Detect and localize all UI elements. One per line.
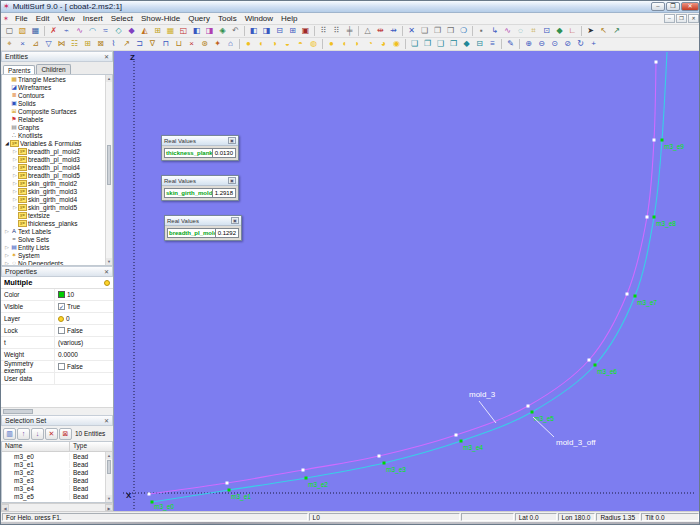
tree-item-contours[interactable]: ≣Contours [2, 91, 112, 99]
magnet-tool[interactable]: ∿ [501, 25, 514, 37]
tree-item-skin-girth-mold5[interactable]: ▷x=skin_girth_mold5 [2, 203, 112, 211]
title-bar[interactable]: ✶ MultiSurf 9.0 - [ cboat-2.ms2:1] – ❐ ✕ [1, 1, 700, 13]
menu-file[interactable]: File [11, 13, 32, 25]
view-plan-button[interactable]: ⊟ [273, 25, 286, 37]
tree-item-triangle-meshes[interactable]: ▦Triangle Meshes [2, 75, 112, 83]
column-type[interactable]: Type [70, 442, 112, 451]
zoom-out-button[interactable]: ⊖ [535, 38, 548, 50]
clear-set-button[interactable]: ⊠ [59, 428, 72, 440]
document-icon[interactable]: ✶ [3, 15, 9, 23]
bead-m3_e9[interactable] [661, 139, 664, 142]
properties-close-icon[interactable]: ✕ [104, 268, 109, 275]
layer-bulb-icon[interactable] [58, 316, 64, 322]
curve-point[interactable] [527, 405, 530, 408]
insert-surface-button[interactable]: ⊞ [81, 38, 94, 50]
mdi-restore-button[interactable]: ❐ [676, 14, 687, 23]
scrollbar-thumb[interactable] [3, 409, 33, 414]
tree-item-breadth-pl-mold3[interactable]: ▷x=breadth_pl_mold3 [2, 155, 112, 163]
tree-item-system[interactable]: ▷✶System [2, 251, 112, 259]
checkbox-icon[interactable] [58, 327, 65, 334]
insert-frame-button[interactable]: ⊐ [133, 38, 146, 50]
tree-item-skin-girth-mold3[interactable]: ▷x=skin_girth_mold3 [2, 187, 112, 195]
scrollbar-thumb[interactable] [11, 505, 45, 510]
tree-item-relabels[interactable]: ⚑Relabels [2, 115, 112, 123]
curve-point[interactable] [455, 434, 458, 437]
zoom-extents-button[interactable]: ⊘ [561, 38, 574, 50]
view-wireframe-button[interactable]: ◧ [247, 25, 260, 37]
ungroup-button[interactable]: ⊟ [473, 38, 486, 50]
curve-point[interactable] [226, 482, 229, 485]
scrollbar-thumb[interactable] [107, 145, 111, 185]
selection-row-m3_e5[interactable]: m3_e5Bead [2, 492, 112, 500]
cut-button[interactable]: ❏ [418, 25, 431, 37]
properties-hscrollbar[interactable] [1, 407, 113, 415]
scroll-up-icon[interactable]: ▲ [106, 452, 112, 459]
view-multi-button[interactable]: ⊞ [286, 25, 299, 37]
composite-tool[interactable]: ◈ [216, 25, 229, 37]
curve-point[interactable] [302, 469, 305, 472]
close-button[interactable]: ✕ [681, 2, 699, 11]
checkbox-icon[interactable]: ✓ [58, 303, 65, 310]
frame-tool[interactable]: ◌ [514, 25, 527, 37]
tab-children[interactable]: Children [36, 64, 70, 74]
menu-tools[interactable]: Tools [214, 13, 241, 25]
bead-tool[interactable]: ▪ [475, 25, 488, 37]
show-children-button[interactable]: ◒ [281, 38, 294, 50]
checkbox-icon[interactable] [58, 363, 65, 370]
delete-button[interactable]: ✗ [47, 25, 60, 37]
menu-view[interactable]: View [54, 13, 79, 25]
edit-definition-button[interactable]: ✎ [504, 38, 517, 50]
clear-button[interactable]: ✕ [405, 25, 418, 37]
variable-name-field[interactable]: skin_girth_mold3 [164, 188, 213, 198]
show-selected-button[interactable]: ◐ [255, 38, 268, 50]
window-options-icon[interactable]: ▣ [231, 217, 239, 224]
contour-tool[interactable]: ◆ [553, 25, 566, 37]
measure-button[interactable]: △ [361, 25, 374, 37]
tree-item-solve-sets[interactable]: =Solve Sets [2, 235, 112, 243]
view-svg[interactable]: ZXm3_e0m3_e1m3_e2m3_e3m3_e4m3_e5m3_e6m3_… [114, 51, 700, 511]
bead-m3_e6[interactable] [594, 364, 597, 367]
lofted-surface-tool[interactable]: ◆ [125, 25, 138, 37]
selection-row-m3_e3[interactable]: m3_e3Bead [2, 476, 112, 484]
menu-help[interactable]: Help [277, 13, 301, 25]
copy-entity-button[interactable]: ❏ [408, 38, 421, 50]
scroll-up-icon[interactable]: ▲ [106, 75, 112, 82]
insert-solid-button[interactable]: ⌂ [224, 38, 237, 50]
save-button[interactable]: ▦ [29, 25, 42, 37]
hide-all-button[interactable]: ● [325, 38, 338, 50]
tree-item-breadth-pl-mold2[interactable]: ▷x=breadth_pl_mold2 [2, 147, 112, 155]
annotation-button[interactable]: ❍ [457, 25, 470, 37]
tree-item-text-labels[interactable]: ▷AText Labels [2, 227, 112, 235]
remove-item-button[interactable]: ✕ [45, 428, 58, 440]
copy-button[interactable]: ❐ [431, 25, 444, 37]
selection-row-m3_e0[interactable]: m3_e0Bead [2, 452, 112, 460]
undo-button[interactable]: ↶ [229, 25, 242, 37]
mdi-minimize-button[interactable]: – [664, 14, 675, 23]
offset-right-button[interactable]: ⇸ [387, 25, 400, 37]
curve-point[interactable] [378, 455, 381, 458]
color-swatch-icon[interactable] [58, 291, 65, 298]
move-down-button[interactable]: ↓ [31, 428, 44, 440]
select-add-button[interactable]: ↖ [597, 25, 610, 37]
graph-tool[interactable]: ⌗ [527, 25, 540, 37]
variable-name-field[interactable]: breadth_pl_mold3 [167, 228, 216, 238]
insert-trimesh-button[interactable]: ⊠ [94, 38, 107, 50]
spline-tool[interactable]: ≈ [99, 25, 112, 37]
variable-name-field[interactable]: thickness_planks [164, 148, 213, 158]
tree-item-breadth-pl-mold4[interactable]: ▷x=breadth_pl_mold4 [2, 163, 112, 171]
insert-bead-button[interactable]: × [16, 38, 29, 50]
tree-item-knotlists[interactable]: ∴Knotlists [2, 131, 112, 139]
zoom-in-button[interactable]: ⊕ [522, 38, 535, 50]
selection-set-hscrollbar[interactable]: ◀ ▶ [1, 503, 113, 511]
grid-snap-button[interactable]: ⠿ [317, 25, 330, 37]
properties-panel-header[interactable]: Properties ✕ [1, 266, 113, 277]
tree-item-skin-girth-mold4[interactable]: ▷x=skin_girth_mold4 [2, 195, 112, 203]
point-tool[interactable]: ⌁ [60, 25, 73, 37]
plane-tool[interactable]: ⊡ [540, 25, 553, 37]
window-options-icon[interactable]: ▣ [228, 137, 236, 144]
paste-entity-button[interactable]: ❐ [421, 38, 434, 50]
selection-set-header[interactable]: Selection Set ✕ [1, 415, 113, 426]
bead-m3_e2[interactable] [305, 477, 308, 480]
duplicate-button[interactable]: ❑ [434, 38, 447, 50]
selection-row-m3_e1[interactable]: m3_e1Bead [2, 460, 112, 468]
